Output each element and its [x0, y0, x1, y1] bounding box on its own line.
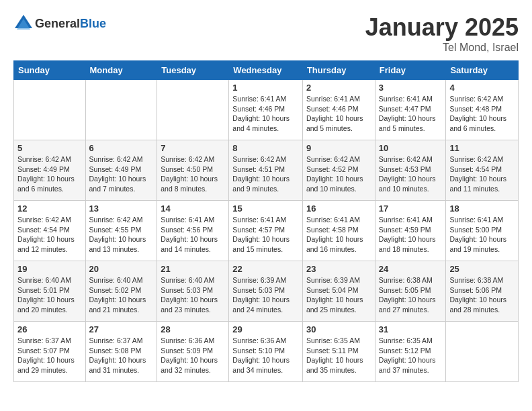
calendar-cell: 19Sunrise: 6:40 AMSunset: 5:01 PMDayligh… [14, 261, 86, 322]
weekday-header-row: SundayMondayTuesdayWednesdayThursdayFrid… [14, 61, 519, 80]
day-info: Sunrise: 6:42 AMSunset: 4:50 PMDaylight:… [161, 154, 225, 194]
day-info: Sunrise: 6:42 AMSunset: 4:51 PMDaylight:… [232, 154, 299, 194]
day-number: 12 [17, 203, 82, 214]
day-number: 3 [379, 83, 443, 93]
day-info: Sunrise: 6:36 AMSunset: 5:10 PMDaylight:… [232, 336, 299, 375]
calendar-cell: 4Sunrise: 6:42 AMSunset: 4:48 PMDaylight… [446, 80, 519, 140]
calendar-cell: 16Sunrise: 6:41 AMSunset: 4:58 PMDayligh… [302, 201, 375, 261]
day-number: 10 [379, 143, 443, 153]
calendar-cell: 7Sunrise: 6:42 AMSunset: 4:50 PMDaylight… [157, 140, 229, 201]
calendar-cell [14, 80, 86, 140]
day-info: Sunrise: 6:41 AMSunset: 4:57 PMDaylight:… [232, 215, 299, 255]
day-info: Sunrise: 6:42 AMSunset: 4:55 PMDaylight:… [89, 215, 154, 255]
calendar-cell: 11Sunrise: 6:42 AMSunset: 4:54 PMDayligh… [446, 140, 519, 201]
logo-text-general: General [35, 17, 80, 30]
weekday-header-saturday: Saturday [446, 61, 519, 80]
day-info: Sunrise: 6:41 AMSunset: 4:56 PMDaylight:… [161, 215, 225, 255]
weekday-header-sunday: Sunday [14, 61, 86, 80]
day-number: 4 [449, 83, 515, 93]
day-info: Sunrise: 6:42 AMSunset: 4:53 PMDaylight:… [379, 154, 443, 194]
day-number: 17 [379, 203, 443, 214]
calendar-week-4: 19Sunrise: 6:40 AMSunset: 5:01 PMDayligh… [14, 261, 519, 322]
day-number: 27 [89, 324, 154, 334]
calendar-cell: 12Sunrise: 6:42 AMSunset: 4:54 PMDayligh… [14, 201, 86, 261]
weekday-header-tuesday: Tuesday [157, 61, 229, 80]
calendar-cell: 17Sunrise: 6:41 AMSunset: 4:59 PMDayligh… [375, 201, 446, 261]
day-info: Sunrise: 6:42 AMSunset: 4:54 PMDaylight:… [449, 154, 515, 194]
day-info: Sunrise: 6:40 AMSunset: 5:03 PMDaylight:… [161, 275, 225, 315]
calendar-cell [446, 322, 519, 382]
logo-text-blue: Blue [80, 17, 106, 30]
day-number: 28 [161, 324, 225, 334]
day-number: 5 [17, 143, 82, 153]
day-info: Sunrise: 6:42 AMSunset: 4:54 PMDaylight:… [17, 215, 82, 255]
calendar-cell: 29Sunrise: 6:36 AMSunset: 5:10 PMDayligh… [229, 322, 303, 382]
day-info: Sunrise: 6:40 AMSunset: 5:02 PMDaylight:… [89, 275, 154, 315]
day-info: Sunrise: 6:35 AMSunset: 5:12 PMDaylight:… [379, 336, 443, 375]
calendar-week-2: 5Sunrise: 6:42 AMSunset: 4:49 PMDaylight… [14, 140, 519, 201]
day-number: 15 [232, 203, 299, 214]
logo: GeneralBlue [13, 13, 106, 34]
day-info: Sunrise: 6:41 AMSunset: 4:47 PMDaylight:… [379, 94, 443, 134]
day-number: 7 [161, 143, 225, 153]
weekday-header-wednesday: Wednesday [229, 61, 303, 80]
day-info: Sunrise: 6:41 AMSunset: 4:46 PMDaylight:… [232, 94, 299, 134]
calendar-cell: 14Sunrise: 6:41 AMSunset: 4:56 PMDayligh… [157, 201, 229, 261]
day-number: 20 [89, 264, 154, 274]
calendar-cell [85, 80, 157, 140]
day-number: 16 [306, 203, 371, 214]
day-number: 29 [232, 324, 299, 334]
day-number: 24 [379, 264, 443, 274]
day-info: Sunrise: 6:40 AMSunset: 5:01 PMDaylight:… [17, 275, 82, 315]
day-info: Sunrise: 6:36 AMSunset: 5:09 PMDaylight:… [161, 336, 225, 375]
calendar-cell: 13Sunrise: 6:42 AMSunset: 4:55 PMDayligh… [85, 201, 157, 261]
day-number: 1 [232, 83, 299, 93]
calendar-cell: 9Sunrise: 6:42 AMSunset: 4:52 PMDaylight… [302, 140, 375, 201]
calendar-cell: 27Sunrise: 6:37 AMSunset: 5:08 PMDayligh… [85, 322, 157, 382]
day-info: Sunrise: 6:42 AMSunset: 4:49 PMDaylight:… [89, 154, 154, 194]
day-number: 25 [449, 264, 515, 274]
weekday-header-monday: Monday [85, 61, 157, 80]
day-info: Sunrise: 6:41 AMSunset: 5:00 PMDaylight:… [449, 215, 515, 255]
calendar-cell: 6Sunrise: 6:42 AMSunset: 4:49 PMDaylight… [85, 140, 157, 201]
calendar-cell: 20Sunrise: 6:40 AMSunset: 5:02 PMDayligh… [85, 261, 157, 322]
calendar-cell [157, 80, 229, 140]
calendar-cell: 24Sunrise: 6:38 AMSunset: 5:05 PMDayligh… [375, 261, 446, 322]
day-number: 22 [232, 264, 299, 274]
day-number: 23 [306, 264, 371, 274]
day-number: 2 [306, 83, 371, 93]
weekday-header-thursday: Thursday [302, 61, 375, 80]
calendar-cell: 3Sunrise: 6:41 AMSunset: 4:47 PMDaylight… [375, 80, 446, 140]
logo-icon [13, 13, 34, 34]
page-header: GeneralBlue January 2025 Tel Mond, Israe… [13, 13, 519, 54]
calendar-cell: 10Sunrise: 6:42 AMSunset: 4:53 PMDayligh… [375, 140, 446, 201]
day-info: Sunrise: 6:37 AMSunset: 5:08 PMDaylight:… [89, 336, 154, 375]
calendar-cell: 22Sunrise: 6:39 AMSunset: 5:03 PMDayligh… [229, 261, 303, 322]
month-title: January 2025 [365, 13, 519, 42]
calendar-week-3: 12Sunrise: 6:42 AMSunset: 4:54 PMDayligh… [14, 201, 519, 261]
day-number: 8 [232, 143, 299, 153]
calendar-week-5: 26Sunrise: 6:37 AMSunset: 5:07 PMDayligh… [14, 322, 519, 382]
day-info: Sunrise: 6:38 AMSunset: 5:05 PMDaylight:… [379, 275, 443, 315]
day-info: Sunrise: 6:42 AMSunset: 4:52 PMDaylight:… [306, 154, 371, 194]
day-number: 14 [161, 203, 225, 214]
day-number: 6 [89, 143, 154, 153]
day-number: 11 [449, 143, 515, 153]
location-title: Tel Mond, Israel [365, 42, 519, 54]
calendar-cell: 8Sunrise: 6:42 AMSunset: 4:51 PMDaylight… [229, 140, 303, 201]
calendar-cell: 25Sunrise: 6:38 AMSunset: 5:06 PMDayligh… [446, 261, 519, 322]
calendar-cell: 28Sunrise: 6:36 AMSunset: 5:09 PMDayligh… [157, 322, 229, 382]
day-number: 9 [306, 143, 371, 153]
day-info: Sunrise: 6:41 AMSunset: 4:46 PMDaylight:… [306, 94, 371, 134]
day-info: Sunrise: 6:38 AMSunset: 5:06 PMDaylight:… [449, 275, 515, 315]
day-info: Sunrise: 6:41 AMSunset: 4:59 PMDaylight:… [379, 215, 443, 255]
calendar-cell: 15Sunrise: 6:41 AMSunset: 4:57 PMDayligh… [229, 201, 303, 261]
day-info: Sunrise: 6:39 AMSunset: 5:03 PMDaylight:… [232, 275, 299, 315]
day-number: 19 [17, 264, 82, 274]
day-number: 18 [449, 203, 515, 214]
calendar-cell: 2Sunrise: 6:41 AMSunset: 4:46 PMDaylight… [302, 80, 375, 140]
day-info: Sunrise: 6:37 AMSunset: 5:07 PMDaylight:… [17, 336, 82, 375]
calendar-cell: 23Sunrise: 6:39 AMSunset: 5:04 PMDayligh… [302, 261, 375, 322]
weekday-header-friday: Friday [375, 61, 446, 80]
day-info: Sunrise: 6:42 AMSunset: 4:49 PMDaylight:… [17, 154, 82, 194]
